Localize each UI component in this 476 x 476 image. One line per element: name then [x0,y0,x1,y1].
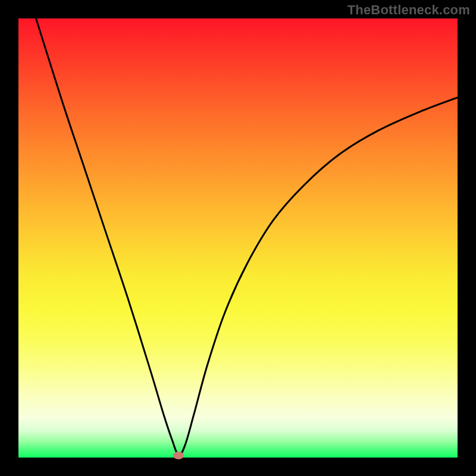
watermark-text: TheBottleneck.com [347,2,470,18]
bottleneck-curve [18,18,458,458]
optimal-point-marker [173,452,184,459]
chart-container: TheBottleneck.com [0,0,476,476]
plot-area [18,18,458,458]
